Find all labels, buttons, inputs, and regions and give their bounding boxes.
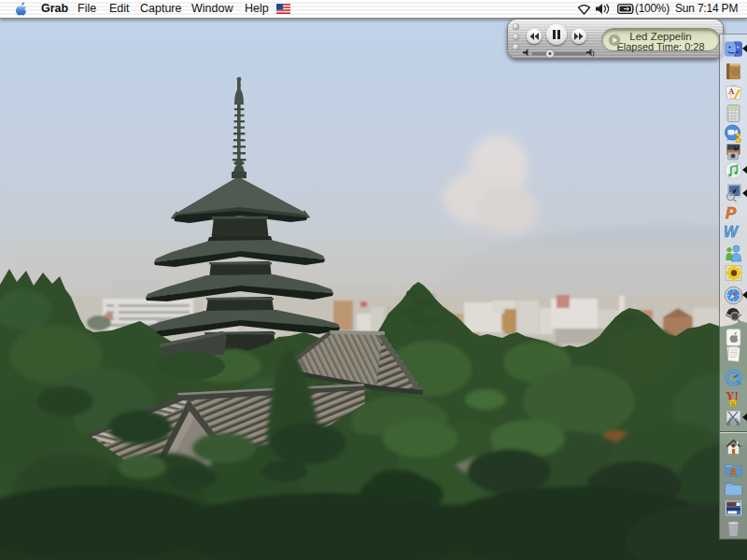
svg-text:W: W <box>724 224 740 240</box>
svg-text:A: A <box>729 466 737 477</box>
svg-text:P: P <box>726 204 737 222</box>
svg-text:A: A <box>728 87 735 96</box>
